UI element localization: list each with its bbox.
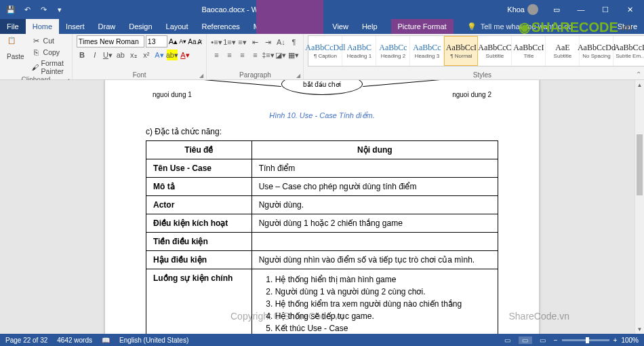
style-item[interactable]: AaESubtitle <box>546 36 580 66</box>
sort-icon[interactable]: A↓ <box>275 37 286 47</box>
tab-view[interactable]: View <box>325 19 355 34</box>
font-launcher-icon[interactable]: ◢ <box>199 73 203 79</box>
tab-insert[interactable]: Insert <box>59 19 92 34</box>
bullets-icon[interactable]: •≡▾ <box>211 37 222 47</box>
document-area[interactable]: bắt đầu chơi nguoi dung 1 nguoi dung 2 H… <box>0 80 644 334</box>
strike-icon[interactable]: ab <box>115 50 126 60</box>
shrink-font-icon[interactable]: A▾ <box>179 38 186 45</box>
autosave-icon[interactable]: 💾 <box>4 3 18 16</box>
status-spellcheck-icon[interactable]: 📖 <box>102 337 110 344</box>
close-icon[interactable]: ✕ <box>618 0 641 19</box>
font-color-icon[interactable]: A▾ <box>180 50 190 60</box>
increase-indent-icon[interactable]: ⇥ <box>262 37 273 47</box>
style-item[interactable]: AaBbCcDdl¶ Caption <box>308 36 342 66</box>
align-center-icon[interactable]: ≡ <box>224 50 235 60</box>
brush-icon: 🖌 <box>32 62 39 72</box>
change-case-icon[interactable]: Aa <box>188 38 196 45</box>
tab-design[interactable]: Design <box>122 19 159 34</box>
zoom-out-icon[interactable]: − <box>554 337 558 344</box>
numbering-icon[interactable]: 1≡▾ <box>224 37 235 47</box>
collapse-ribbon-icon[interactable]: ⌃ <box>636 71 641 78</box>
list-item: Hệ thống hiển thị màn hình game <box>275 273 491 286</box>
status-bar: Page 22 of 32 4642 words 📖 English (Unit… <box>0 334 644 346</box>
style-item[interactable]: AaBbCcHeading 3 <box>410 36 444 66</box>
highlight-icon[interactable]: ab▾ <box>167 50 178 60</box>
text-effects-icon[interactable]: A▾ <box>154 50 165 60</box>
group-paragraph: •≡▾ 1≡▾ ≡▾ ⇤ ⇥ A↓ ¶ ≡ ≡ ≡ ≡ ‡≡▾ ◪▾ ▦▾ Pa… <box>207 34 304 79</box>
tab-picture-format[interactable]: Picture Format <box>391 19 454 34</box>
paste-button[interactable]: 📋 Paste <box>4 35 27 62</box>
italic-icon[interactable]: I <box>89 50 100 60</box>
font-size-combo[interactable] <box>146 35 167 47</box>
status-language[interactable]: English (United States) <box>119 337 188 344</box>
shading-icon[interactable]: ◪▾ <box>275 50 286 60</box>
group-styles: AaBbCcDdl¶ CaptionAaBbCHeading 1AaBbCcHe… <box>304 34 644 79</box>
ribbon-display-icon[interactable]: ▭ <box>545 0 568 19</box>
show-marks-icon[interactable]: ¶ <box>288 37 299 47</box>
style-item[interactable]: AaBbCHeading 1 <box>342 36 376 66</box>
uml-actor-left: nguoi dung 1 <box>153 91 192 98</box>
avatar-icon <box>527 4 538 15</box>
figure-caption: Hình 10. Use - Case Tính điểm. <box>146 111 498 120</box>
align-right-icon[interactable]: ≡ <box>237 50 247 60</box>
redo-icon[interactable]: ↷ <box>37 3 50 16</box>
format-painter-button[interactable]: 🖌Format Painter <box>30 58 68 76</box>
bold-icon[interactable]: B <box>77 50 87 60</box>
font-name-combo[interactable] <box>77 35 144 47</box>
tab-home[interactable]: Home <box>26 19 59 34</box>
justify-icon[interactable]: ≡ <box>249 50 260 60</box>
cut-button[interactable]: ✂Cut <box>30 35 68 46</box>
view-print-icon[interactable]: ▭ <box>519 337 532 344</box>
table-row: Tiền điều kiện <box>146 233 498 251</box>
zoom-in-icon[interactable]: + <box>613 337 618 344</box>
tab-help[interactable]: Help <box>355 19 384 34</box>
group-font: A▴ A▾ Aa A̷ B I U▾ ab x₂ x² A▾ ab▾ A▾ Fo… <box>73 34 207 79</box>
borders-icon[interactable]: ▦▾ <box>288 50 299 60</box>
styles-gallery[interactable]: AaBbCcDdl¶ CaptionAaBbCHeading 1AaBbCcHe… <box>308 35 644 66</box>
style-item[interactable]: AaBbCcDdNo Spacing <box>580 36 613 66</box>
style-item[interactable]: AaBbCcCSubtitle <box>478 36 512 66</box>
minimize-icon[interactable]: — <box>569 0 592 19</box>
uml-diagram: bắt đầu chơi nguoi dung 1 nguoi dung 2 <box>146 80 498 107</box>
tab-layout[interactable]: Layout <box>159 19 195 34</box>
underline-icon[interactable]: U▾ <box>102 50 113 60</box>
view-read-icon[interactable]: ▭ <box>501 337 515 344</box>
superscript-icon[interactable]: x² <box>141 50 152 60</box>
line-spacing-icon[interactable]: ‡≡▾ <box>262 50 273 60</box>
decrease-indent-icon[interactable]: ⇤ <box>249 37 260 47</box>
clear-format-icon[interactable]: A̷ <box>197 38 202 45</box>
list-item: Kết thúc Use - Case <box>275 322 491 334</box>
user-account[interactable]: Khoa <box>502 4 544 15</box>
table-row: ActorNgười dùng. <box>146 196 498 214</box>
vertical-scrollbar[interactable]: ▲ ▼ <box>635 80 644 334</box>
tab-draw[interactable]: Draw <box>92 19 123 34</box>
status-words[interactable]: 4642 words <box>57 337 92 344</box>
grow-font-icon[interactable]: A▴ <box>169 37 178 46</box>
scroll-down-icon: ▼ <box>635 324 644 334</box>
paragraph-launcher-icon[interactable]: ◢ <box>296 73 300 79</box>
copy-button[interactable]: ⎘Copy <box>30 47 68 58</box>
zoom-value[interactable]: 100% <box>621 337 639 344</box>
table-row: Điều kiện kích hoạtNgười dùng 1 hoặc 2 c… <box>146 214 498 233</box>
style-item[interactable]: AaBbCcI¶ Normal <box>444 36 478 66</box>
undo-icon[interactable]: ↶ <box>20 3 34 16</box>
style-item[interactable]: AaBbCcITitle <box>512 36 546 66</box>
style-item[interactable]: AaBbCcHeading 2 <box>376 36 410 66</box>
cut-icon: ✂ <box>32 36 41 45</box>
zoom-slider[interactable] <box>562 339 609 341</box>
group-clipboard: 📋 Paste ✂Cut ⎘Copy 🖌Format Painter Clipb… <box>0 34 73 79</box>
view-web-icon[interactable]: ▭ <box>536 337 550 344</box>
style-item[interactable]: AaBbCcLSubtle Em... <box>613 36 644 66</box>
maximize-icon[interactable]: ☐ <box>594 0 617 19</box>
spec-table: Tiêu đềNội dung Tên Use - CaseTính điểmM… <box>146 140 498 334</box>
tab-file[interactable]: File <box>0 19 26 34</box>
status-page[interactable]: Page 22 of 32 <box>5 337 47 344</box>
lightbulb-icon: 💡 <box>467 22 477 31</box>
table-row: Tên Use - CaseTính điểm <box>146 159 498 178</box>
tab-references[interactable]: References <box>195 19 247 34</box>
copy-icon: ⎘ <box>32 47 41 57</box>
multilevel-icon[interactable]: ≡▾ <box>237 37 247 47</box>
qat-more-icon[interactable]: ▾ <box>53 3 66 16</box>
align-left-icon[interactable]: ≡ <box>211 50 222 60</box>
subscript-icon[interactable]: x₂ <box>128 50 139 60</box>
